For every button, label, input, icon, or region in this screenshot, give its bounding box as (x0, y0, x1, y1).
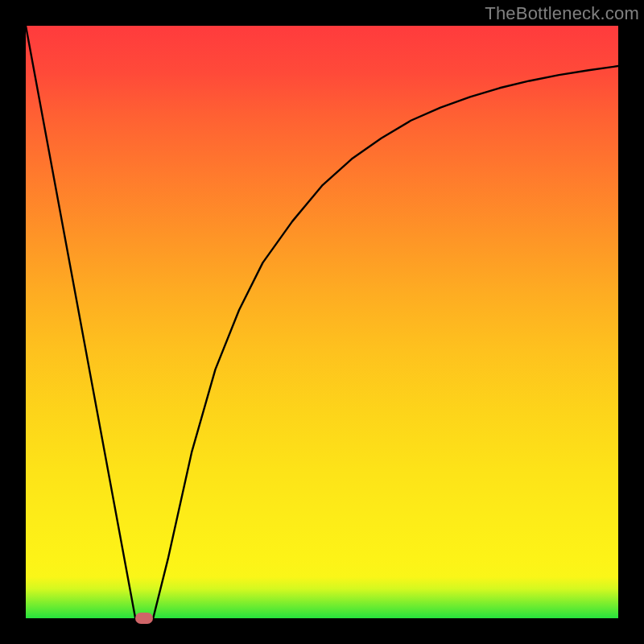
chart-frame: TheBottleneck.com (0, 0, 644, 644)
watermark-text: TheBottleneck.com (485, 3, 639, 24)
bottleneck-curve (26, 26, 618, 618)
plot-area (26, 26, 618, 618)
optimal-range-marker (135, 613, 153, 624)
